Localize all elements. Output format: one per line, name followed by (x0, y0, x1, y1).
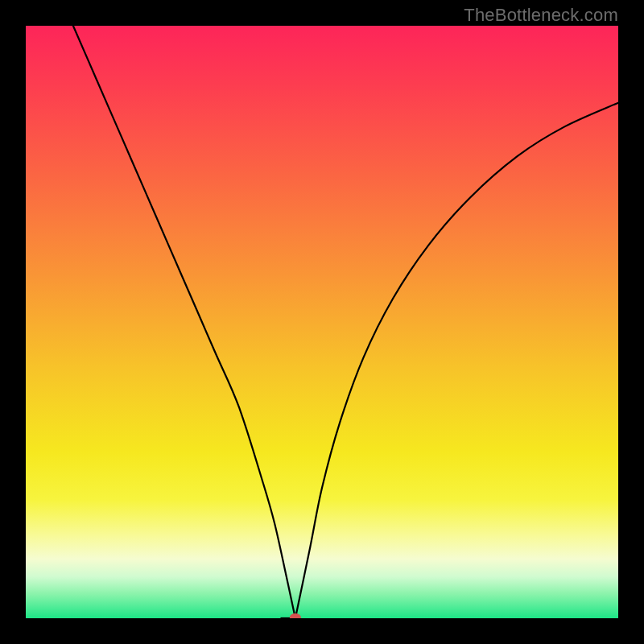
watermark-text: TheBottleneck.com (464, 5, 618, 26)
minimum-marker (290, 613, 301, 618)
chart-frame: TheBottleneck.com (0, 0, 644, 644)
bottleneck-curve (73, 26, 618, 618)
curve-layer (26, 26, 618, 618)
plot-area (26, 26, 618, 618)
